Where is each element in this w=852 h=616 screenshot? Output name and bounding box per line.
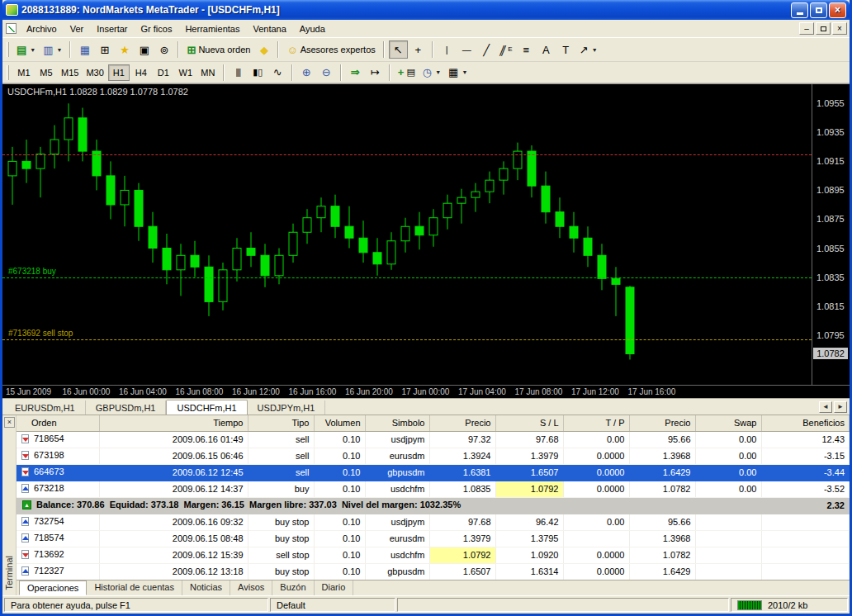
mdi-close-button[interactable]: ×	[832, 22, 847, 35]
chart-tab-gbpusdm-h1[interactable]: GBPUSDm,H1	[86, 400, 167, 415]
bar-chart-button[interactable]: |||	[229, 64, 248, 82]
column-header-volumen[interactable]: Volumen	[314, 415, 365, 431]
column-header-precio[interactable]: Precio	[629, 415, 695, 431]
order-row-718654[interactable]: 7186542009.06.16 01:49sell0.10usdjpym97.…	[17, 431, 850, 448]
zoom-out-button[interactable]: ⊖	[317, 64, 336, 82]
minimize-button[interactable]	[791, 2, 808, 18]
timeframe-w1[interactable]: W1	[175, 64, 196, 81]
order-row-732754[interactable]: 7327542009.06.16 09:32buy stop0.10usdjpy…	[17, 514, 850, 530]
column-header-beneficios[interactable]: Beneficios	[761, 415, 850, 431]
menu-insertar[interactable]: Insertar	[90, 21, 134, 36]
order-row-718574[interactable]: 7185742009.06.15 08:48buy stop0.10eurusd…	[17, 530, 850, 547]
column-header-tipo[interactable]: Tipo	[248, 415, 314, 431]
restore-icon	[816, 7, 822, 13]
order-row-712327[interactable]: 7123272009.06.12 13:18buy stop0.10gbpusd…	[17, 563, 850, 580]
chart-plot[interactable]: USDCHFm,H1 1.0828 1.0829 1.0778 1.0782 #…	[2, 84, 812, 385]
chart-shift-button[interactable]: ↦	[366, 64, 385, 82]
new-order-button[interactable]: ⊞Nueva orden	[183, 40, 253, 59]
chart-window-icon[interactable]	[6, 23, 17, 34]
trendline-button[interactable]: ╱	[477, 40, 496, 59]
timeframe-m1[interactable]: M1	[13, 64, 35, 81]
cell-symbol: gbpusdm	[365, 563, 429, 580]
chart-tab-eurusdm-h1[interactable]: EURUSDm,H1	[5, 400, 86, 415]
column-header-t-p[interactable]: T / P	[563, 415, 629, 431]
chart-tab-usdchfm-h1[interactable]: USDCHFm,H1	[166, 400, 247, 415]
column-header-orden[interactable]: Orden	[17, 415, 99, 431]
timeframe-m30[interactable]: M30	[83, 64, 106, 81]
menu-gr-ficos[interactable]: Gr ficos	[135, 21, 179, 36]
vertical-line-button[interactable]: |	[438, 40, 457, 59]
navigator-button[interactable]: ★	[115, 40, 134, 59]
orders-header-row[interactable]: OrdenTiempoTipoVolumenSimboloPrecioS / L…	[17, 415, 850, 431]
mdi-minimize-button[interactable]: –	[799, 22, 814, 35]
toolbar-grip[interactable]	[7, 65, 9, 80]
timeframe-m15[interactable]: M15	[58, 64, 82, 81]
order-row-673218[interactable]: 6732182009.06.12 14:37buy0.10usdchfm1.08…	[17, 481, 850, 497]
terminal-tab-diario[interactable]: Diario	[315, 580, 354, 595]
order-row-664673[interactable]: 6646732009.06.12 12:45sell0.10gbpusdm1.6…	[17, 464, 850, 481]
text-button[interactable]: A	[537, 40, 556, 59]
terminal-tab-noticias[interactable]: Noticias	[182, 580, 230, 595]
terminal-button[interactable]: ▣	[135, 40, 154, 59]
terminal-tab-historial-de-cuentas[interactable]: Historial de cuentas	[87, 580, 182, 595]
market-watch-button[interactable]: ▦	[75, 40, 94, 59]
column-header-precio[interactable]: Precio	[429, 415, 495, 431]
column-header-simbolo[interactable]: Simbolo	[365, 415, 429, 431]
restore-button[interactable]	[810, 2, 827, 18]
order-row-713692[interactable]: 7136922009.06.12 15:39sell stop0.10usdch…	[17, 547, 850, 563]
periods-button[interactable]: ◷▼	[419, 64, 444, 82]
indicators-button[interactable]: +▤	[395, 64, 419, 82]
time-axis[interactable]: 15 Jun 200916 Jun 00:0016 Jun 04:0016 Ju…	[2, 385, 850, 398]
timeframe-m5[interactable]: M5	[36, 64, 57, 81]
timeframe-d1[interactable]: D1	[153, 64, 174, 81]
column-header-s-l[interactable]: S / L	[495, 415, 563, 431]
timeframe-mn[interactable]: MN	[197, 64, 219, 81]
timeframe-h1[interactable]: H1	[108, 64, 130, 81]
terminal-tab-operaciones[interactable]: Operaciones	[19, 580, 87, 595]
text-label-button[interactable]: T	[556, 40, 575, 59]
shapes-button[interactable]: ↗▼	[576, 40, 601, 59]
order-level-line	[2, 277, 812, 278]
title-bar[interactable]: 2088131889: NordMarkets MetaTrader - [US…	[2, 0, 850, 20]
cursor-button[interactable]: ↖	[389, 40, 408, 59]
data-window-button[interactable]: ⊞	[95, 40, 114, 59]
menu-ventana[interactable]: Ventana	[246, 21, 292, 36]
cell-price2: 95.66	[629, 514, 695, 530]
timeframe-h4[interactable]: H4	[130, 64, 152, 81]
scroll-right-icon[interactable]: ►	[834, 401, 847, 413]
terminal-close-icon[interactable]: ×	[4, 417, 15, 428]
terminal-tab-buz-n[interactable]: Buzón	[272, 580, 314, 595]
menu-ayuda[interactable]: Ayuda	[293, 21, 332, 36]
new-chart-button[interactable]: ▤▼	[13, 40, 39, 59]
auto-scroll-button[interactable]: ⇒	[346, 64, 365, 82]
metaeditor-button[interactable]: ◆	[254, 40, 273, 59]
column-header-swap[interactable]: Swap	[695, 415, 761, 431]
menu-herramientas[interactable]: Herramientas	[178, 21, 246, 36]
scroll-left-icon[interactable]: ◄	[819, 401, 832, 413]
price-axis[interactable]: 1.09551.09351.09151.08951.08751.08551.08…	[812, 84, 850, 385]
expert-advisors-button[interactable]: ☺Asesores expertos	[283, 40, 378, 59]
menu-archivo[interactable]: Archivo	[20, 21, 64, 36]
crosshair-button[interactable]: +	[409, 40, 428, 59]
cell-type: sell	[248, 464, 314, 481]
order-row-673198[interactable]: 6731982009.06.15 06:46sell0.10eurusdm1.3…	[17, 448, 850, 464]
line-chart-button[interactable]: ∿	[268, 64, 287, 82]
toolbar-grip[interactable]	[7, 42, 9, 57]
channel-button[interactable]: ∥E	[497, 40, 516, 59]
candlestick-button[interactable]: ▮▯	[248, 64, 267, 82]
zoom-in-button[interactable]: ⊕	[297, 64, 316, 82]
separator	[291, 64, 293, 81]
menu-ver[interactable]: Ver	[64, 21, 91, 36]
horizontal-line-button[interactable]: —	[457, 40, 476, 59]
column-header-tiempo[interactable]: Tiempo	[99, 415, 248, 431]
fibonacci-button[interactable]: ≡	[517, 40, 536, 59]
terminal-tab-avisos[interactable]: Avisos	[230, 580, 272, 595]
cell-sl: 97.68	[495, 431, 563, 448]
templates-button[interactable]: ▦▼	[445, 64, 471, 82]
close-button[interactable]: ×	[829, 2, 846, 18]
status-profile[interactable]: Default	[270, 598, 395, 612]
mdi-restore-button[interactable]	[816, 22, 831, 35]
strategy-tester-button[interactable]: ⊚	[154, 40, 173, 59]
profiles-button[interactable]: ▥▼	[40, 40, 65, 59]
chart-tab-usdjpym-h1[interactable]: USDJPYm,H1	[248, 400, 326, 415]
